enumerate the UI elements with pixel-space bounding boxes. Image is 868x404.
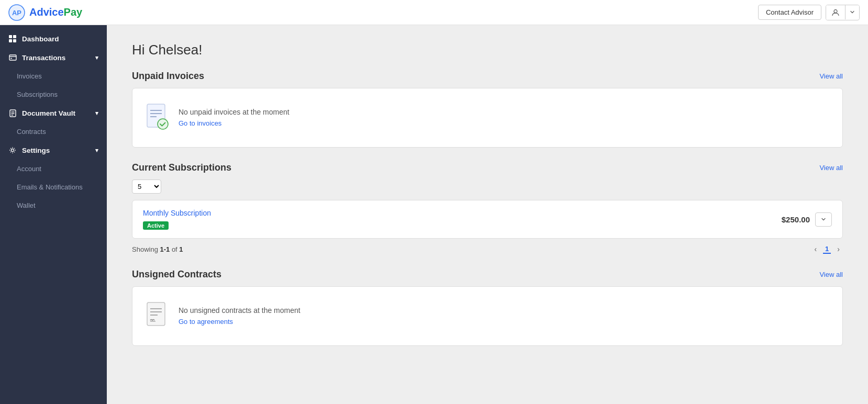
subscription-right: $250.00: [782, 212, 832, 227]
sidebar-item-dashboard[interactable]: Dashboard: [0, 29, 107, 48]
transactions-chevron: ▾: [95, 54, 98, 61]
svg-rect-3: [9, 35, 12, 38]
current-subscriptions-section: Current Subscriptions View all 5 10 25 M…: [132, 162, 843, 254]
credit-card-icon: [8, 53, 17, 62]
svg-rect-6: [13, 39, 16, 42]
logo-text: AdvicePay: [29, 6, 82, 18]
document-vault-chevron: ▾: [95, 110, 98, 117]
sidebar-item-contracts[interactable]: Contracts: [0, 122, 107, 141]
showing-text: Showing 1-1 of 1: [132, 245, 183, 253]
svg-point-2: [834, 9, 837, 13]
logo-icon: AP: [8, 4, 25, 21]
sidebar-settings-label: Settings: [22, 147, 50, 154]
unsigned-contracts-view-all[interactable]: View all: [819, 271, 843, 278]
subscription-amount: $250.00: [782, 215, 810, 224]
go-to-invoices-link[interactable]: Go to invoices: [179, 119, 221, 127]
sidebar-wallet-label: Wallet: [17, 201, 36, 209]
sidebar-item-wallet[interactable]: Wallet: [0, 196, 107, 215]
svg-rect-4: [13, 35, 16, 38]
subscriptions-title: Current Subscriptions: [132, 162, 231, 173]
user-icon: [831, 8, 840, 17]
svg-rect-7: [9, 55, 16, 60]
unsigned-contracts-section: Unsigned Contracts View all No unsigned …: [132, 269, 843, 346]
main-content: Hi Chelsea! Unpaid Invoices View all No …: [107, 25, 868, 404]
svg-point-14: [12, 149, 14, 152]
svg-point-19: [158, 119, 168, 129]
sidebar-dashboard-label: Dashboard: [22, 35, 59, 43]
active-badge: Active: [143, 221, 169, 230]
unpaid-invoices-title: Unpaid Invoices: [132, 71, 204, 82]
go-to-agreements-link[interactable]: Go to agreements: [179, 318, 233, 326]
greeting: Hi Chelsea!: [132, 42, 843, 58]
sidebar-transactions-label: Transactions: [22, 54, 65, 62]
unpaid-invoices-header: Unpaid Invoices View all: [132, 71, 843, 82]
header-right: Contact Advisor: [758, 5, 860, 20]
user-icon-button[interactable]: [826, 5, 845, 20]
svg-rect-20: [147, 302, 165, 326]
sidebar-item-account[interactable]: Account: [0, 160, 107, 178]
per-page-select[interactable]: 5 10 25: [132, 179, 161, 194]
pagination: Showing 1-1 of 1 ‹ 1 ›: [132, 244, 843, 254]
showing-total: 1: [179, 245, 183, 253]
subscriptions-view-all[interactable]: View all: [819, 164, 843, 172]
sidebar-item-invoices[interactable]: Invoices: [0, 67, 107, 85]
prev-page-button[interactable]: ‹: [811, 244, 820, 254]
grid-icon: [8, 35, 17, 43]
gear-icon: [8, 146, 17, 154]
showing-range: 1-1: [160, 245, 170, 253]
sidebar-invoices-label: Invoices: [17, 72, 42, 80]
contact-advisor-button[interactable]: Contact Advisor: [758, 5, 821, 20]
invoice-empty-icon: [145, 103, 170, 132]
sidebar-item-settings[interactable]: Settings ▾: [0, 141, 107, 160]
subscriptions-header: Current Subscriptions View all: [132, 162, 843, 173]
sidebar-emails-label: Emails & Notifications: [17, 183, 83, 191]
contracts-empty-icon: [145, 301, 170, 331]
sidebar-account-label: Account: [17, 165, 41, 173]
svg-rect-5: [9, 39, 12, 42]
unpaid-invoices-empty-content: No unpaid invoices at the moment Go to i…: [179, 108, 290, 128]
chevron-down-icon: [850, 9, 855, 15]
unsigned-contracts-empty-content: No unsigned contracts at the moment Go t…: [179, 306, 301, 326]
sidebar-item-emails-notifications[interactable]: Emails & Notifications: [0, 178, 107, 196]
unsigned-contracts-card: No unsigned contracts at the moment Go t…: [132, 286, 843, 346]
logo: AP AdvicePay: [8, 4, 82, 21]
header: AP AdvicePay Contact Advisor: [0, 0, 868, 25]
settings-chevron: ▾: [95, 147, 98, 154]
subscription-name[interactable]: Monthly Subscription: [143, 209, 211, 217]
sidebar-document-vault-label: Document Vault: [22, 109, 75, 117]
pagination-controls: ‹ 1 ›: [811, 244, 843, 254]
subscription-row: Monthly Subscription Active $250.00: [132, 200, 843, 239]
unpaid-invoices-empty-text: No unpaid invoices at the moment: [179, 108, 290, 116]
sidebar: Dashboard Transactions ▾ Invoices Subscr…: [0, 25, 107, 404]
user-dropdown: [826, 5, 860, 20]
svg-text:AP: AP: [12, 9, 21, 17]
sidebar-item-transactions[interactable]: Transactions ▾: [0, 48, 107, 67]
sidebar-contracts-label: Contracts: [17, 128, 46, 136]
subscription-action-button[interactable]: [815, 212, 832, 227]
unpaid-invoices-section: Unpaid Invoices View all No unpaid invoi…: [132, 71, 843, 148]
sidebar-item-document-vault[interactable]: Document Vault ▾: [0, 104, 107, 122]
unsigned-contracts-empty-text: No unsigned contracts at the moment: [179, 306, 301, 315]
per-page-control: 5 10 25: [132, 179, 843, 194]
user-dropdown-caret[interactable]: [845, 5, 859, 19]
unsigned-contracts-title: Unsigned Contracts: [132, 269, 221, 280]
next-page-button[interactable]: ›: [834, 244, 843, 254]
unpaid-invoices-card: No unpaid invoices at the moment Go to i…: [132, 88, 843, 148]
unpaid-invoices-view-all[interactable]: View all: [819, 72, 843, 80]
file-icon: [8, 109, 17, 117]
chevron-down-icon: [821, 217, 826, 222]
subscription-left: Monthly Subscription Active: [143, 209, 211, 230]
sidebar-item-subscriptions[interactable]: Subscriptions: [0, 85, 107, 104]
unsigned-contracts-header: Unsigned Contracts View all: [132, 269, 843, 280]
sidebar-subscriptions-label: Subscriptions: [17, 91, 58, 98]
current-page: 1: [823, 245, 831, 254]
